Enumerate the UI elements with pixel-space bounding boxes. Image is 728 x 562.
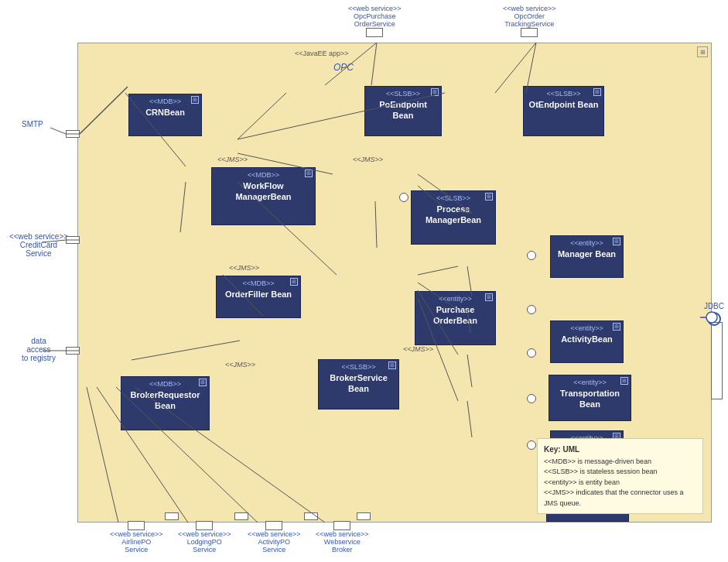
jdbc-circle bbox=[707, 312, 721, 326]
brokerrequestor-icon: ⊞ bbox=[199, 379, 207, 386]
process-manager-bean[interactable]: ⊞ <<SLSB>> Process ManagerBean bbox=[411, 190, 496, 245]
opcorder-rect bbox=[521, 28, 538, 37]
key-box: Key: UML <<MDB>> is message-driven bean … bbox=[537, 438, 703, 515]
jms-label-5: <<JMS>> bbox=[225, 361, 255, 368]
bottom-connector-2 bbox=[234, 512, 248, 520]
activitypo-service: <<web service>> ActivityPO Service bbox=[248, 521, 301, 553]
key-item-2: <<SLSB>> is stateless session bean bbox=[544, 467, 696, 478]
transportation-bean[interactable]: ⊞ <<entity>> Transportation Bean bbox=[549, 375, 631, 421]
purchase-order-bean[interactable]: ⊞ <<entity>> Purchase OrderBean bbox=[415, 291, 496, 345]
activity-icon: ⊞ bbox=[613, 323, 620, 331]
smtp-label: SMTP bbox=[22, 120, 43, 129]
manager-bean[interactable]: ⊞ <<entity>> Manager Bean bbox=[550, 235, 624, 278]
poendpoint-bean[interactable]: ⊞ <<SLSB>> PoEndpoint Bean bbox=[364, 86, 442, 136]
otendpoint-icon: ⊞ bbox=[593, 88, 601, 96]
key-title: Key: UML bbox=[544, 444, 696, 455]
creditcard-connector bbox=[66, 236, 80, 244]
poendpoint-icon: ⊞ bbox=[431, 88, 439, 96]
bottom-connector-4 bbox=[357, 512, 371, 520]
orderfiller-bean[interactable]: ⊞ <<MDB>> OrderFiller Bean bbox=[216, 276, 301, 318]
jms-label-3: <<JMS>> bbox=[229, 264, 259, 272]
workflow-bean[interactable]: ⊞ <<MDB>> WorkFlow ManagerBean bbox=[211, 167, 316, 225]
bottom-connector-3 bbox=[304, 512, 318, 520]
main-frame: ⊞ <<JavaEE app>> OPC <<JMS>> <<JMS>> <<J… bbox=[77, 43, 712, 523]
key-item-4: <<JMS>> indicates that the connector use… bbox=[544, 488, 696, 509]
crn-bean[interactable]: ⊞ <<MDB>> CRNBean bbox=[128, 94, 202, 136]
creditcard-service-label: <<web service>> CreditCard Service bbox=[4, 232, 73, 258]
bottom-connector-1 bbox=[165, 512, 179, 520]
airlinepo-service: <<web service>> AirlinePO Service bbox=[110, 521, 163, 553]
brokerservice-bean[interactable]: ⊞ <<SLSB>> BrokerService Bean bbox=[318, 359, 399, 410]
javaee-label: <<JavaEE app>> bbox=[295, 50, 349, 57]
process-icon: ⊞ bbox=[485, 193, 493, 200]
transportation-icon: ⊞ bbox=[620, 377, 628, 385]
diagram-container: ⊞ <<JavaEE app>> OPC <<JMS>> <<JMS>> <<J… bbox=[0, 0, 728, 562]
jdbc-label: JDBC bbox=[704, 302, 724, 327]
data-access-label: data access to registry bbox=[4, 337, 73, 362]
manager-icon: ⊞ bbox=[613, 238, 620, 245]
lollipop-creditcard bbox=[527, 440, 536, 450]
activitypo-rect bbox=[265, 521, 282, 530]
lollipop-activity bbox=[527, 305, 536, 314]
workflow-icon: ⊞ bbox=[305, 170, 313, 177]
crn-icon: ⊞ bbox=[191, 96, 199, 104]
opcorder-service: <<web service>> OpcOrder TrackingService bbox=[503, 5, 556, 37]
opc-label: OPC bbox=[333, 62, 354, 73]
jdbc-connector bbox=[711, 322, 723, 399]
otendpoint-bean[interactable]: ⊞ <<SLSB>> OtEndpoint Bean bbox=[523, 86, 604, 136]
lodgingpo-service: <<web service>> LodgingPO Service bbox=[178, 521, 231, 553]
brokerrequestor-bean[interactable]: ⊞ <<MDB>> BrokerRequestor Bean bbox=[121, 376, 210, 430]
brokerservice-icon: ⊞ bbox=[388, 362, 396, 369]
svg-line-30 bbox=[50, 128, 66, 134]
purchase-icon: ⊞ bbox=[485, 293, 493, 301]
activity-bean[interactable]: ⊞ <<entity>> ActivityBean bbox=[550, 320, 624, 363]
airlinepo-rect bbox=[128, 521, 145, 530]
lollipop-transportation bbox=[527, 348, 536, 358]
lodgingpo-rect bbox=[196, 521, 213, 530]
opcpurchase-rect bbox=[366, 28, 383, 37]
jms-label-1: <<JMS>> bbox=[217, 156, 248, 163]
smtp-connector bbox=[66, 130, 80, 138]
jms-label-4: <<JMS>> bbox=[403, 345, 433, 353]
dataaccess-connector bbox=[66, 347, 80, 355]
orderfiller-icon: ⊞ bbox=[290, 278, 298, 286]
lollipop-po bbox=[399, 193, 408, 202]
lollipop-lodging bbox=[527, 394, 536, 403]
key-item-3: <<entity>> is entity bean bbox=[544, 478, 696, 488]
key-item-1: <<MDB>> is message-driven bean bbox=[544, 457, 696, 468]
webservicebroker-rect bbox=[333, 521, 350, 530]
frame-icon: ⊞ bbox=[697, 46, 708, 57]
jms-label-2: <<JMS>> bbox=[353, 156, 383, 163]
opcpurchase-service: <<web service>> OpcPurchase OrderService bbox=[348, 5, 402, 37]
lollipop-manager bbox=[527, 251, 536, 260]
webservice-broker: <<web service>> Webservice Broker bbox=[316, 521, 369, 553]
